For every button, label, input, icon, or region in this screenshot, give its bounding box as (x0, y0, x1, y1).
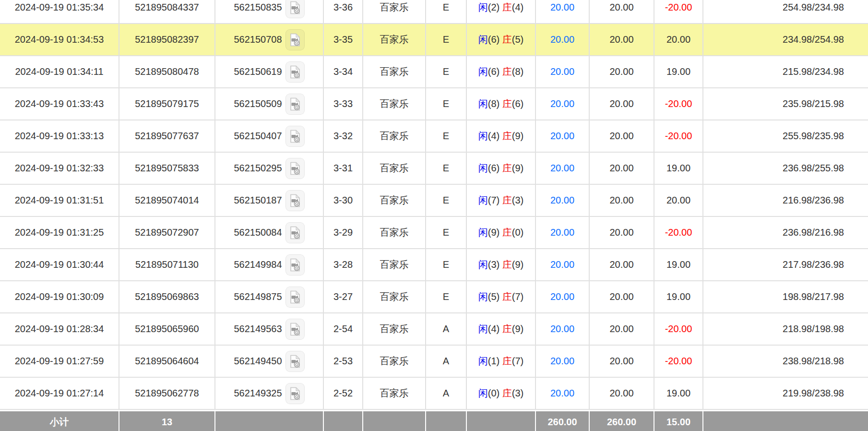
video-replay-icon[interactable] (285, 29, 305, 50)
bet-history-table: 2024-09-19 01:35:34 521895084337 5621508… (0, 0, 868, 431)
winloss-cell: 19.00 (654, 249, 703, 281)
round-cell: 3-27 (324, 281, 363, 313)
bet-time-cell: 2024-09-19 01:35:34 (0, 0, 119, 24)
bet-amount-cell: 20.00 (536, 56, 590, 88)
result-cell: 闲(8) 庄(6) (467, 88, 536, 120)
result-cell: 闲(4) 庄(9) (467, 120, 536, 153)
subtotal-bet-amount: 260.00 (536, 410, 590, 431)
table-row[interactable]: 2024-09-19 01:28:34 521895065960 5621495… (0, 313, 868, 346)
game-type-cell: 百家乐 (363, 313, 426, 346)
video-replay-icon[interactable] (285, 126, 305, 147)
subtotal-empty-cell (703, 410, 868, 431)
player-points: (3) (488, 259, 499, 270)
valid-amount-cell: 20.00 (590, 24, 654, 56)
bet-amount-cell: 20.00 (536, 185, 590, 217)
game-id-cell: 562149563 (215, 313, 324, 346)
game-type-cell: 百家乐 (363, 88, 426, 120)
player-points: (7) (488, 195, 499, 205)
video-replay-icon[interactable] (285, 190, 305, 211)
banker-points: (5) (512, 34, 523, 45)
video-replay-icon[interactable] (285, 319, 305, 340)
winloss-cell: 20.00 (654, 24, 703, 56)
bet-history-viewport: 2024-09-19 01:35:34 521895084337 5621508… (0, 0, 868, 431)
banker-label: 庄 (502, 356, 512, 366)
video-replay-icon[interactable] (285, 61, 305, 83)
balance-cell: 238.98/218.98 (703, 346, 868, 378)
game-type-cell: 百家乐 (363, 217, 426, 249)
video-replay-icon[interactable] (285, 0, 305, 18)
bet-time-cell: 2024-09-19 01:31:25 (0, 217, 119, 249)
game-id-text: 562150295 (234, 163, 282, 174)
result-cell: 闲(7) 庄(3) (467, 185, 536, 217)
banker-points: (9) (512, 259, 523, 270)
result-cell: 闲(5) 庄(7) (467, 281, 536, 313)
balance-cell: 215.98/234.98 (703, 56, 868, 88)
result-cell: 闲(4) 庄(9) (467, 313, 536, 346)
banker-points: (4) (512, 2, 523, 12)
player-points: (6) (488, 66, 499, 77)
game-id-cell: 562149450 (215, 346, 324, 378)
round-cell: 3-34 (324, 56, 363, 88)
video-replay-icon[interactable] (285, 222, 305, 243)
round-cell: 3-28 (324, 249, 363, 281)
subtotal-row: 小计 13 260.00 260.00 15.00 (0, 410, 868, 431)
round-cell: 2-52 (324, 378, 363, 410)
subtotal-label: 小计 (0, 410, 119, 431)
banker-label: 庄 (502, 34, 512, 45)
subtotal-valid-amount: 260.00 (590, 410, 654, 431)
subtotal-empty-cell (363, 410, 426, 431)
table-row[interactable]: 2024-09-19 01:30:09 521895069863 5621498… (0, 281, 868, 313)
bet-id-cell: 521895082397 (119, 24, 215, 56)
player-label: 闲 (478, 323, 488, 334)
game-id-text: 562149875 (234, 291, 282, 302)
table-code-cell: E (426, 120, 467, 153)
winloss-cell: 20.00 (654, 185, 703, 217)
bet-amount-cell: 20.00 (536, 378, 590, 410)
bet-time-cell: 2024-09-19 01:33:43 (0, 88, 119, 120)
video-replay-icon[interactable] (285, 383, 305, 404)
table-row[interactable]: 2024-09-19 01:31:25 521895072907 5621500… (0, 217, 868, 249)
bet-id-cell: 521895062778 (119, 378, 215, 410)
balance-cell: 254.98/234.98 (703, 0, 868, 24)
player-points: (8) (488, 98, 499, 109)
bet-time-cell: 2024-09-19 01:34:53 (0, 24, 119, 56)
table-code-cell: E (426, 281, 467, 313)
bet-amount-cell: 20.00 (536, 281, 590, 313)
table-row[interactable]: 2024-09-19 01:35:34 521895084337 5621508… (0, 0, 868, 24)
bet-amount-cell: 20.00 (536, 0, 590, 24)
game-id-cell: 562150509 (215, 88, 324, 120)
video-replay-icon[interactable] (285, 94, 305, 115)
bet-rows: 2024-09-19 01:35:34 521895084337 5621508… (0, 0, 868, 410)
player-points: (0) (488, 388, 499, 398)
table-row[interactable]: 2024-09-19 01:32:33 521895075833 5621502… (0, 153, 868, 185)
player-label: 闲 (478, 291, 488, 302)
game-id-cell: 562150187 (215, 185, 324, 217)
player-label: 闲 (478, 227, 488, 238)
table-row[interactable]: 2024-09-19 01:31:51 521895074014 5621501… (0, 185, 868, 217)
video-replay-icon[interactable] (285, 351, 305, 372)
table-row[interactable]: 2024-09-19 01:27:14 521895062778 5621493… (0, 378, 868, 410)
valid-amount-cell: 20.00 (590, 0, 654, 24)
table-row[interactable]: 2024-09-19 01:34:11 521895080478 5621506… (0, 56, 868, 88)
balance-cell: 236.98/216.98 (703, 217, 868, 249)
bet-id-cell: 521895075833 (119, 153, 215, 185)
table-row[interactable]: 2024-09-19 01:33:43 521895079175 5621505… (0, 88, 868, 120)
table-row[interactable]: 2024-09-19 01:30:44 521895071130 5621499… (0, 249, 868, 281)
table-code-cell: E (426, 249, 467, 281)
video-replay-icon[interactable] (285, 287, 305, 308)
round-cell: 3-36 (324, 0, 363, 24)
video-replay-icon[interactable] (285, 254, 305, 275)
subtotal-empty-cell (467, 410, 536, 431)
subtotal-count: 13 (119, 410, 215, 431)
bet-id-cell: 521895074014 (119, 185, 215, 217)
game-id-cell: 562150708 (215, 24, 324, 56)
player-points: (4) (488, 323, 499, 334)
table-row[interactable]: 2024-09-19 01:33:13 521895077637 5621504… (0, 120, 868, 153)
table-row[interactable]: 2024-09-19 01:27:59 521895064604 5621494… (0, 346, 868, 378)
game-id-cell: 562149325 (215, 378, 324, 410)
table-row[interactable]: 2024-09-19 01:34:53 521895082397 5621507… (0, 24, 868, 56)
bet-time-cell: 2024-09-19 01:32:33 (0, 153, 119, 185)
video-replay-icon[interactable] (285, 158, 305, 179)
game-id-cell: 562149875 (215, 281, 324, 313)
game-id-text: 562149325 (234, 388, 282, 399)
